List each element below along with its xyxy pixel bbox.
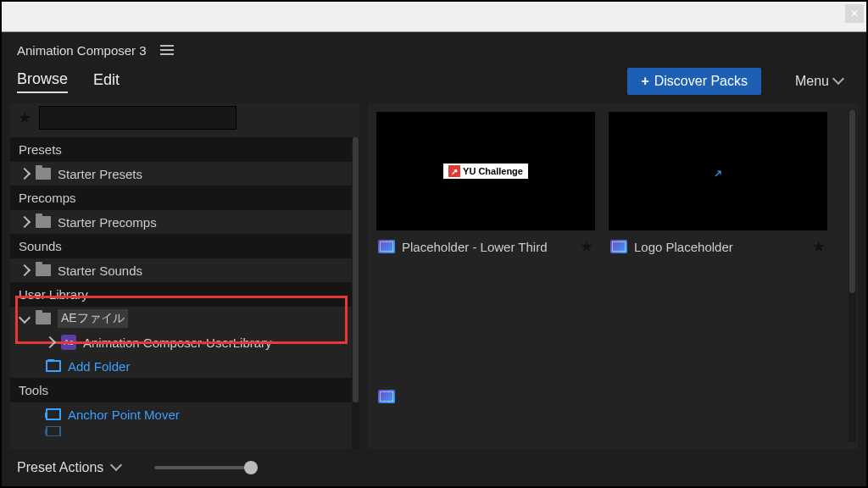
precomps-header: Precomps	[10, 186, 359, 210]
tabs-row: Browse Edit + Discover Packs Menu	[2, 68, 866, 103]
preset-type-icon	[378, 240, 395, 253]
tab-browse[interactable]: Browse	[17, 70, 68, 93]
discover-packs-label: Discover Packs	[654, 74, 748, 89]
plus-icon: +	[641, 74, 648, 89]
preset-label-row: Placeholder - Lower Third ★	[376, 230, 595, 263]
chevron-right-icon	[19, 264, 31, 276]
preset-name: Placeholder - Lower Third	[402, 240, 547, 254]
ae-icon: Ae	[61, 335, 76, 350]
preset-card[interactable]: Logo Placeholder ★	[609, 112, 827, 263]
folder-icon	[36, 216, 51, 228]
footer: Preset Actions	[2, 449, 866, 486]
tree-item-starter-presets[interactable]: Starter Presets	[10, 162, 359, 186]
user-library-header: User Library	[10, 282, 359, 307]
badge-text: YU Challenge	[463, 166, 523, 176]
preset-grid: ↗ YU Challenge Placeholder - Lower Third…	[376, 112, 849, 263]
content-area: ↗ YU Challenge Placeholder - Lower Third…	[368, 103, 858, 449]
preset-card-partial[interactable]	[376, 390, 849, 403]
tool-anchor-point-mover[interactable]: Anchor Point Mover	[10, 402, 359, 426]
sidebar: ★ Presets Starter Presets	[10, 103, 359, 449]
discover-packs-button[interactable]: + Discover Packs	[627, 68, 761, 95]
arrow-icon	[714, 167, 722, 175]
tools-header: Tools	[10, 378, 359, 402]
panel-body: Animation Composer 3 Browse Edit + Disco…	[2, 32, 866, 486]
preset-thumbnail: ↗ YU Challenge	[376, 112, 595, 230]
tree-item-starter-sounds[interactable]: Starter Sounds	[10, 258, 359, 282]
chevron-down-icon	[19, 311, 31, 323]
preset-type-icon	[610, 240, 627, 253]
tool-icon	[46, 408, 61, 420]
close-window-button[interactable]: ✕	[845, 4, 864, 23]
slider-knob[interactable]	[244, 461, 258, 474]
menu-button[interactable]: Menu	[787, 68, 851, 95]
tree-item-ac-userlibrary[interactable]: Ae Animation Composer-UserLibrary	[10, 330, 359, 354]
search-input[interactable]	[39, 106, 236, 130]
panel-header: Animation Composer 3	[2, 32, 866, 68]
chevron-right-icon	[44, 336, 56, 348]
panel-title: Animation Composer 3	[17, 43, 147, 58]
preset-actions-dropdown[interactable]: Preset Actions	[17, 460, 120, 475]
tool-item-partial[interactable]	[10, 426, 359, 436]
preset-thumbnail	[609, 112, 827, 230]
tree-item-ae-folder[interactable]: AEファイル	[10, 307, 359, 330]
sounds-header: Sounds	[10, 234, 359, 258]
add-folder-icon	[46, 360, 61, 372]
sidebar-scrollbar[interactable]	[352, 137, 359, 449]
preset-type-icon	[378, 390, 395, 403]
titlebar: ✕	[2, 2, 866, 32]
main-area: ★ Presets Starter Presets	[2, 103, 866, 449]
hamburger-icon[interactable]	[160, 45, 174, 55]
lower-third-badge: ↗ YU Challenge	[443, 164, 528, 179]
search-row: ★	[10, 103, 359, 132]
menu-label: Menu	[795, 74, 829, 89]
preset-label-row: Logo Placeholder ★	[609, 230, 827, 263]
window-frame: ✕ Animation Composer 3 Browse Edit + Dis…	[0, 0, 868, 488]
folder-icon	[36, 168, 51, 180]
tree-item-starter-precomps[interactable]: Starter Precomps	[10, 210, 359, 234]
thumbnail-size-slider[interactable]	[154, 466, 256, 469]
chevron-right-icon	[19, 168, 31, 180]
tool-icon	[46, 426, 61, 436]
arrow-icon: ↗	[448, 165, 460, 177]
add-folder-button[interactable]: Add Folder	[10, 354, 359, 378]
folder-icon	[36, 313, 51, 324]
content-scrollbar[interactable]	[849, 110, 856, 442]
presets-header: Presets	[10, 137, 359, 162]
chevron-down-icon	[112, 460, 120, 475]
tab-edit[interactable]: Edit	[93, 71, 120, 92]
preset-actions-label: Preset Actions	[17, 460, 103, 475]
chevron-down-icon	[834, 74, 843, 89]
favorite-star-icon[interactable]: ★	[580, 237, 593, 256]
preset-name: Logo Placeholder	[634, 240, 733, 254]
chevron-right-icon	[19, 216, 31, 228]
folder-icon	[36, 264, 51, 276]
preset-card[interactable]: ↗ YU Challenge Placeholder - Lower Third…	[376, 112, 595, 263]
favorite-star-icon[interactable]: ★	[812, 237, 826, 256]
ae-folder-label: AEファイル	[58, 309, 128, 328]
tree: Presets Starter Presets Precomps Starter…	[10, 137, 359, 449]
favorites-star-icon[interactable]: ★	[15, 108, 34, 127]
